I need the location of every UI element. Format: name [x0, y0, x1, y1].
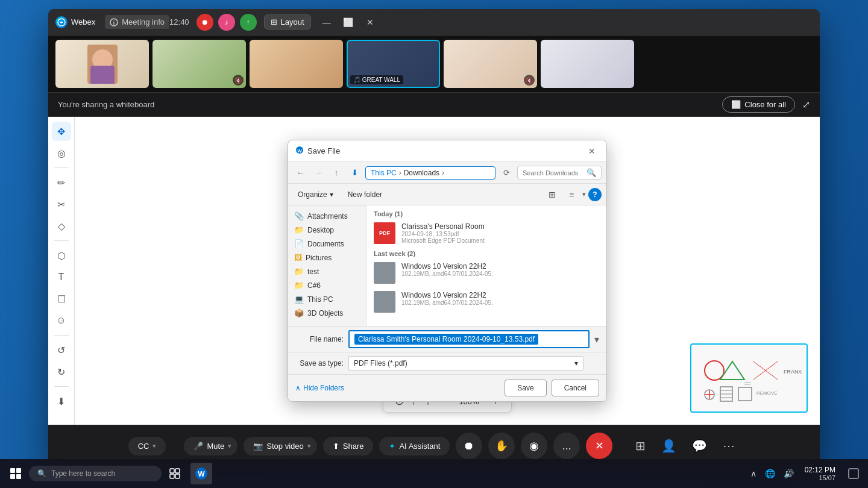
search-input[interactable] [523, 169, 584, 177]
nav-attachments[interactable]: 📎 Attachments [288, 209, 366, 223]
more-right-button[interactable]: ⋯ [718, 434, 740, 458]
view-chevron[interactable]: ▾ [582, 190, 586, 198]
more-options-button[interactable]: ... [553, 433, 580, 459]
taskbar-search[interactable]: 🔍 Type here to search [29, 466, 162, 481]
ai-assistant-button[interactable]: ✦ AI Assistant [379, 437, 450, 455]
reactions-button[interactable]: ✋ [488, 433, 515, 459]
tool-shapes[interactable]: ⬡ [52, 246, 71, 265]
end-call-button[interactable]: ✕ [586, 433, 612, 459]
nav-test[interactable]: 📁 test [288, 264, 366, 278]
sharing-bar: You're sharing a whiteboard ⬜ Close for … [48, 93, 820, 117]
nav-3d-objects-label: 3D Objects [307, 309, 343, 318]
start-button[interactable] [5, 463, 27, 484]
taskbar-apps: W [190, 463, 212, 484]
view-toggle-button[interactable]: ⊞ [544, 186, 561, 203]
close-for-all-button[interactable]: ⬜ Close for all [722, 96, 795, 113]
nav-back-button[interactable]: ← [293, 166, 307, 180]
tool-eraser[interactable]: ◇ [52, 216, 71, 236]
video-thumb-6[interactable] [541, 40, 634, 88]
system-clock[interactable]: 02:12 PM 15/07 [801, 465, 839, 483]
expand-button[interactable]: ⤢ [802, 99, 810, 110]
tool-sticky[interactable]: ☐ [52, 289, 71, 308]
nav-pictures[interactable]: 🖼 Pictures [288, 251, 366, 264]
app-window: Webex i Meeting info 12:40 ⏺ ♪ ↑ ⊞ Layou… [48, 9, 820, 467]
file-name-dropdown[interactable]: ▾ [594, 334, 599, 345]
webex-logo[interactable]: Webex [55, 16, 95, 28]
tool-rotate[interactable]: ◎ [52, 143, 71, 163]
new-folder-button[interactable]: New folder [343, 189, 387, 201]
save-as-type-select[interactable]: PDF Files (*.pdf) ▾ [348, 356, 583, 371]
notification-icon [848, 468, 859, 479]
file-date-1: 2024-09-18, 13:53pdf [401, 231, 599, 237]
nav-up-button[interactable]: ↑ [329, 166, 344, 180]
tool-highlighter[interactable]: ✂ [52, 195, 71, 214]
share-button[interactable]: ⬆ Share [323, 437, 374, 455]
video-thumb-5[interactable]: 🔇 [444, 40, 537, 88]
video-thumb-2[interactable]: 🔇 [153, 40, 246, 88]
maximize-button[interactable]: ⬜ [340, 14, 357, 31]
record-button[interactable]: ⏺ [456, 433, 482, 459]
nav-this-pc[interactable]: 💻 This PC [288, 292, 366, 306]
video-thumb-4[interactable]: 🎵 GREAT WALL [347, 40, 440, 88]
nav-c6[interactable]: 📁 C#6 [288, 278, 366, 292]
notification-button[interactable] [844, 463, 863, 484]
video-thumb-1[interactable] [55, 40, 149, 88]
nav-desktop[interactable]: 📁 Desktop [288, 223, 366, 237]
network-icon[interactable]: 🌐 [763, 466, 778, 481]
minimize-button[interactable]: — [318, 14, 335, 31]
dialog-toolbar: Organize ▾ New folder ⊞ ≡ ▾ ? [288, 184, 606, 205]
chat-button[interactable]: 💬 [687, 434, 712, 458]
tool-undo[interactable]: ↺ [52, 340, 71, 360]
nav-attachments-label: Attachments [307, 212, 348, 221]
hide-folders-button[interactable]: ∧ Hide Folders [295, 384, 344, 392]
layout-button[interactable]: ⊞ Layout [264, 14, 311, 30]
help-button[interactable]: ? [588, 188, 602, 201]
file-item-1[interactable]: PDF Clarissa's Personal Room 2024-09-18,… [366, 219, 606, 248]
file-item-2[interactable]: Windows 10 Version 22H2 102.19MB, amd64.… [366, 258, 606, 287]
caption-button[interactable]: CC ▾ [128, 437, 166, 455]
file-date-2: 102.19MB, amd64.07/01.2024-05. [401, 271, 599, 277]
mute-button[interactable]: 🎤 Mute ▾ [184, 437, 237, 455]
ai-label: AI Assistant [399, 442, 440, 451]
tool-download[interactable]: ⬇ [52, 392, 71, 411]
address-refresh-button[interactable]: ⟳ [499, 166, 514, 180]
nav-test-label: test [307, 267, 319, 276]
chevron-up-icon[interactable]: ∧ [748, 466, 759, 481]
nav-documents[interactable]: 📄 Documents [288, 237, 366, 251]
address-search[interactable]: 🔍 [517, 166, 602, 180]
tool-select[interactable]: ✥ [52, 122, 71, 141]
participants-button[interactable]: 👤 [656, 434, 681, 458]
dialog-title-text: Save File [307, 146, 340, 155]
tool-redo[interactable]: ↻ [52, 362, 71, 381]
address-path[interactable]: This PC › Downloads › [365, 166, 495, 180]
dialog-close-button[interactable]: ✕ [585, 144, 599, 158]
cancel-button[interactable]: Cancel [552, 380, 599, 396]
caption-icon: CC [138, 442, 149, 451]
file-info-2: Windows 10 Version 22H2 102.19MB, amd64.… [401, 262, 599, 277]
tool-emoji[interactable]: ☺ [52, 311, 71, 330]
file-name-field[interactable]: Clarissa Smith's Personal Room 2024-09-1… [348, 330, 590, 348]
video-thumb-3[interactable] [250, 40, 343, 88]
nav-down-button[interactable]: ⬇ [347, 166, 362, 180]
folder-icon: 📄 [294, 239, 304, 248]
nav-3d-objects[interactable]: 📦 3D Objects [288, 306, 366, 320]
taskbar-right: ∧ 🌐 🔊 02:12 PM 15/07 [748, 463, 863, 484]
close-button[interactable]: ✕ [362, 14, 379, 31]
meeting-info-button[interactable]: i Meeting info [105, 15, 169, 29]
tool-pen[interactable]: ✏ [52, 173, 71, 192]
tool-text[interactable]: T [52, 267, 71, 287]
nav-forward-button[interactable]: → [311, 166, 326, 180]
file-item-3[interactable]: Windows 10 Version 22H2 102.19MB, amd64.… [366, 287, 606, 316]
svg-rect-23 [170, 474, 174, 478]
task-view-button[interactable] [164, 463, 186, 484]
webex-taskbar-app[interactable]: W [190, 463, 212, 484]
activities-button[interactable]: ◉ [521, 433, 547, 459]
file-thumb-img-2 [374, 291, 395, 313]
view-list-button[interactable]: ≡ [563, 186, 580, 203]
stop-video-button[interactable]: 📷 Stop video ▾ [244, 437, 316, 455]
organize-button[interactable]: Organize ▾ [293, 189, 338, 201]
grid-view-button[interactable]: ⊞ [631, 434, 650, 458]
svg-rect-24 [175, 474, 180, 478]
save-button[interactable]: Save [505, 380, 546, 396]
volume-icon[interactable]: 🔊 [781, 466, 796, 481]
